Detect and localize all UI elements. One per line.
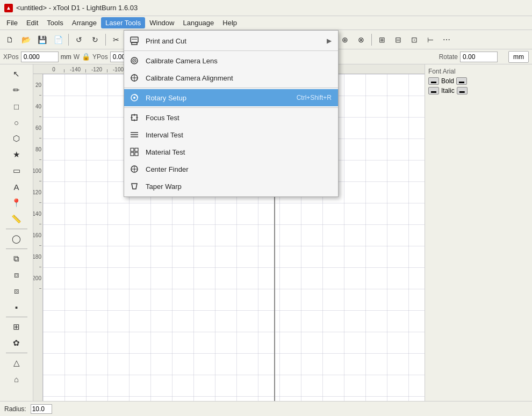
italic-row: ▬ Italic ▬ <box>428 87 529 94</box>
bold-row: ▬ Bold ▬ <box>428 77 529 85</box>
layer-tool-3[interactable]: ⧇ <box>5 283 28 298</box>
svg-point-24 <box>134 169 135 170</box>
layer-tool-2[interactable]: ⧈ <box>5 267 28 282</box>
ruler-v-tick: 200 <box>33 267 41 289</box>
xpos-input[interactable] <box>21 52 59 62</box>
material-test-icon <box>128 146 140 158</box>
menu-tools[interactable]: Tools <box>42 17 67 28</box>
toolbar-separator-1 <box>68 34 69 46</box>
extra3-button[interactable]: ⊡ <box>407 32 422 47</box>
menu-help[interactable]: Help <box>218 17 241 28</box>
radius-label: Radius: <box>4 405 26 413</box>
extra5-button[interactable]: ⋯ <box>439 32 454 47</box>
svg-rect-1 <box>132 42 137 45</box>
radius-input[interactable] <box>31 404 52 414</box>
text-tool[interactable]: A <box>5 179 28 194</box>
taper-warp-label: Taper Warp <box>146 183 332 191</box>
menu-item-calibrate-lens[interactable]: Calibrate Camera Lens <box>124 52 338 69</box>
svg-rect-22 <box>135 152 138 156</box>
left-separator-4 <box>6 353 27 353</box>
shape-tool[interactable]: △ <box>5 355 28 370</box>
menu-laser-tools[interactable]: Laser Tools <box>101 17 145 28</box>
ruler-tick: -140 <box>64 67 86 72</box>
title-bar: ▲ <untitled> - xTool D1 - LightBurn 1.6.… <box>0 0 532 16</box>
bold-checkbox[interactable]: ▬ <box>428 77 439 85</box>
extra2-button[interactable]: ⊟ <box>391 32 406 47</box>
circle-tool-2[interactable]: ◯ <box>5 231 28 246</box>
rotary-shortcut: Ctrl+Shift+R <box>297 94 332 101</box>
italic-checkbox[interactable]: ▬ <box>428 87 439 94</box>
menu-item-taper-warp[interactable]: Taper Warp <box>124 178 338 195</box>
ruler-v-tick: 20 <box>33 74 41 96</box>
menu-file[interactable]: File <box>2 17 22 28</box>
save-copy-button[interactable]: 📄 <box>51 32 66 47</box>
rounded-rect-tool[interactable]: ▭ <box>5 163 28 178</box>
svg-rect-21 <box>131 152 134 156</box>
layer-tool-4[interactable]: ▪ <box>5 300 28 315</box>
rectangle-tool[interactable]: □ <box>5 99 28 114</box>
menu-item-rotary-setup[interactable]: Rotary Setup Ctrl+Shift+R <box>124 89 338 106</box>
mm-label: mm <box>513 53 524 61</box>
width-label: W <box>74 53 80 61</box>
ruler-vertical: 20 40 60 80 100 120 140 160 180 200 <box>33 74 43 401</box>
bold-checkbox-2[interactable]: ▬ <box>456 77 467 85</box>
taper-warp-icon <box>128 180 140 192</box>
toolbar-separator-7 <box>371 34 372 46</box>
star-tool[interactable]: ★ <box>5 147 28 162</box>
italic-checkbox-2[interactable]: ▬ <box>457 87 468 94</box>
xpos-label: XPos <box>3 53 19 61</box>
ruler-v-tick: 160 <box>33 224 41 246</box>
measure-tool[interactable]: 📏 <box>5 211 28 227</box>
radial-tool[interactable]: ✿ <box>5 335 28 351</box>
open-button[interactable]: 📂 <box>18 32 33 47</box>
save-button[interactable]: 💾 <box>34 32 49 47</box>
grid-tool[interactable]: ⊞ <box>5 319 28 334</box>
menu-language[interactable]: Language <box>178 17 218 28</box>
calibrate-lens-label: Calibrate Camera Lens <box>146 57 332 65</box>
menu-item-print-cut[interactable]: Print and Cut ▶ <box>124 32 338 49</box>
undo-button[interactable]: ↺ <box>71 32 87 47</box>
menu-arrange[interactable]: Arrange <box>68 17 101 28</box>
polygon-tool[interactable]: ⬡ <box>5 131 28 146</box>
bold-label: Bold <box>441 77 454 85</box>
calibrate-align-label: Calibrate Camera Alignment <box>146 74 332 82</box>
redo-button[interactable]: ↻ <box>88 32 103 47</box>
new-button[interactable]: 🗋 <box>2 32 17 47</box>
pin-tool[interactable]: 📍 <box>5 195 28 210</box>
ruler-v-tick: 80 <box>33 138 41 160</box>
xpos-unit: mm <box>61 53 71 61</box>
left-separator-3 <box>6 317 27 317</box>
ruler-tick: 0 <box>43 67 64 72</box>
menu-item-calibrate-alignment[interactable]: Calibrate Camera Alignment <box>124 69 338 86</box>
menu-item-center-finder[interactable]: Center Finder <box>124 160 338 178</box>
rotary-setup-label: Rotary Setup <box>146 94 291 102</box>
layer-tool-1[interactable]: ⧉ <box>5 251 28 266</box>
menu-item-material-test[interactable]: Material Test <box>124 143 338 160</box>
cut-button[interactable]: ✂ <box>109 32 124 47</box>
material-test-label: Material Test <box>146 148 332 156</box>
menu-window[interactable]: Window <box>145 17 178 28</box>
toolbar-separator-2 <box>105 34 106 46</box>
rotate-input[interactable] <box>460 52 498 62</box>
shape-tool-2[interactable]: ⌂ <box>5 371 28 386</box>
calibrate-align-icon <box>128 72 140 84</box>
weld-button[interactable]: ⊗ <box>354 32 369 47</box>
sep-2 <box>124 87 338 88</box>
svg-point-10 <box>133 97 135 99</box>
calibrate-lens-icon <box>128 55 140 67</box>
menu-edit[interactable]: Edit <box>22 17 42 28</box>
ruler-v-tick: 40 <box>33 96 41 117</box>
menu-item-focus-test[interactable]: Focus Test <box>124 109 338 126</box>
menu-item-interval-test[interactable]: Interval Test <box>124 126 338 143</box>
extra1-button[interactable]: ⊞ <box>375 32 390 47</box>
extra4-button[interactable]: ⊢ <box>423 32 438 47</box>
select-tool[interactable]: ↖ <box>5 67 28 82</box>
mm-dropdown[interactable]: mm <box>508 51 529 63</box>
circle-tool[interactable]: ○ <box>5 115 28 130</box>
interval-test-icon <box>128 129 140 141</box>
svg-rect-20 <box>135 148 138 151</box>
laser-tools-dropdown: Print and Cut ▶ Calibrate Camera Lens Ca… <box>124 30 339 197</box>
pencil-tool[interactable]: ✏ <box>5 83 28 98</box>
boolean-button[interactable]: ⊕ <box>337 32 353 47</box>
svg-rect-19 <box>131 148 134 151</box>
